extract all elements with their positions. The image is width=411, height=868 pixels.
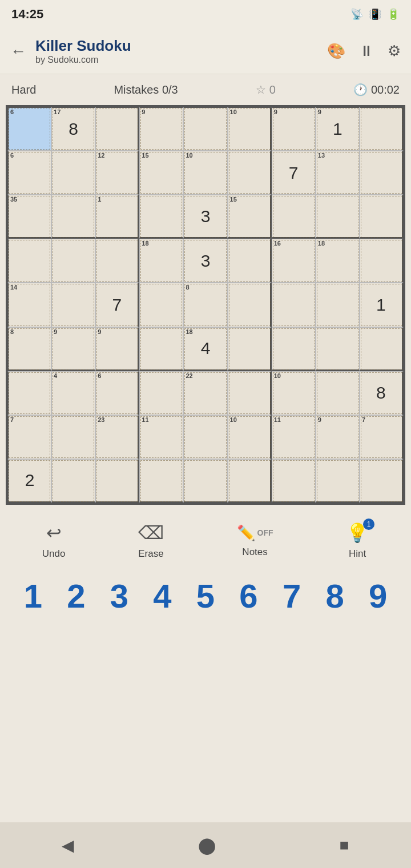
cell-r5c1[interactable]: 14 bbox=[7, 283, 51, 327]
cell-r2c3[interactable]: 12 bbox=[95, 151, 139, 195]
back-button[interactable]: ← bbox=[10, 42, 26, 61]
cell-r6c5[interactable]: 184 bbox=[183, 327, 227, 371]
cell-r7c2[interactable]: 4 bbox=[51, 371, 95, 415]
settings-button[interactable]: ⚙ bbox=[388, 42, 401, 60]
cell-r8c7[interactable]: 11 bbox=[272, 415, 316, 459]
cell-r9c6[interactable] bbox=[228, 459, 272, 503]
cell-r5c4[interactable] bbox=[139, 283, 183, 327]
cell-r5c6[interactable] bbox=[228, 283, 272, 327]
cell-r3c2[interactable] bbox=[51, 195, 95, 239]
cell-r1c5[interactable] bbox=[183, 107, 227, 151]
cell-r9c8[interactable] bbox=[316, 459, 360, 503]
cell-r9c5[interactable] bbox=[183, 459, 227, 503]
numpad-digit-4[interactable]: 4 bbox=[143, 577, 182, 615]
cell-r2c7[interactable]: 7 bbox=[272, 151, 316, 195]
cell-r8c4[interactable]: 11 bbox=[139, 415, 183, 459]
sudoku-grid[interactable]: 6178910991612151071335131518316181478189… bbox=[6, 105, 405, 505]
cell-r4c1[interactable] bbox=[7, 239, 51, 283]
cell-r4c9[interactable] bbox=[360, 239, 404, 283]
cell-r7c8[interactable] bbox=[316, 371, 360, 415]
cell-r1c7[interactable]: 9 bbox=[272, 107, 316, 151]
notes-button[interactable]: ✏️ OFF Notes bbox=[237, 524, 273, 558]
cell-r3c4[interactable] bbox=[139, 195, 183, 239]
cell-r8c2[interactable] bbox=[51, 415, 95, 459]
cell-r2c6[interactable] bbox=[228, 151, 272, 195]
cell-r6c9[interactable] bbox=[360, 327, 404, 371]
cell-r5c9[interactable]: 1 bbox=[360, 283, 404, 327]
pause-button[interactable]: ⏸ bbox=[359, 42, 374, 60]
numpad-digit-1[interactable]: 1 bbox=[14, 577, 53, 615]
cell-r8c8[interactable]: 9 bbox=[316, 415, 360, 459]
cell-r7c1[interactable] bbox=[7, 371, 51, 415]
cell-r4c7[interactable]: 16 bbox=[272, 239, 316, 283]
cell-r2c1[interactable]: 6 bbox=[7, 151, 51, 195]
cell-r5c3[interactable]: 7 bbox=[95, 283, 139, 327]
cell-r1c8[interactable]: 91 bbox=[316, 107, 360, 151]
nav-square-button[interactable]: ■ bbox=[340, 836, 349, 854]
cell-r7c7[interactable]: 10 bbox=[272, 371, 316, 415]
cell-r1c2[interactable]: 178 bbox=[51, 107, 95, 151]
undo-button[interactable]: ↩ Undo bbox=[42, 522, 66, 560]
cell-r1c9[interactable] bbox=[360, 107, 404, 151]
cell-r2c5[interactable]: 10 bbox=[183, 151, 227, 195]
cell-r7c6[interactable] bbox=[228, 371, 272, 415]
numpad-digit-3[interactable]: 3 bbox=[100, 577, 139, 615]
cell-r2c8[interactable]: 13 bbox=[316, 151, 360, 195]
cell-r4c3[interactable] bbox=[95, 239, 139, 283]
cell-r8c3[interactable]: 23 bbox=[95, 415, 139, 459]
numpad-digit-7[interactable]: 7 bbox=[272, 577, 311, 615]
cell-r9c2[interactable] bbox=[51, 459, 95, 503]
cell-r2c2[interactable] bbox=[51, 151, 95, 195]
cell-r5c8[interactable] bbox=[316, 283, 360, 327]
cell-r9c4[interactable] bbox=[139, 459, 183, 503]
cell-r2c4[interactable]: 15 bbox=[139, 151, 183, 195]
numpad-digit-8[interactable]: 8 bbox=[316, 577, 354, 615]
cell-r8c9[interactable]: 7 bbox=[360, 415, 404, 459]
numpad-digit-2[interactable]: 2 bbox=[57, 577, 95, 615]
cell-r5c5[interactable]: 8 bbox=[183, 283, 227, 327]
cell-r6c7[interactable] bbox=[272, 327, 316, 371]
cell-r7c5[interactable]: 22 bbox=[183, 371, 227, 415]
cell-r9c9[interactable] bbox=[360, 459, 404, 503]
cell-r8c1[interactable]: 7 bbox=[7, 415, 51, 459]
cell-r6c3[interactable]: 9 bbox=[95, 327, 139, 371]
cell-r8c5[interactable] bbox=[183, 415, 227, 459]
hint-button[interactable]: 💡 1 Hint bbox=[346, 522, 369, 560]
cell-r9c7[interactable] bbox=[272, 459, 316, 503]
cell-r9c1[interactable]: 2 bbox=[7, 459, 51, 503]
palette-button[interactable]: 🎨 bbox=[327, 42, 345, 60]
nav-home-button[interactable]: ⬤ bbox=[198, 836, 216, 855]
cell-r1c3[interactable] bbox=[95, 107, 139, 151]
cell-r3c9[interactable] bbox=[360, 195, 404, 239]
cell-r5c7[interactable] bbox=[272, 283, 316, 327]
cell-r4c5[interactable]: 3 bbox=[183, 239, 227, 283]
cell-r6c2[interactable]: 9 bbox=[51, 327, 95, 371]
erase-button[interactable]: ⌫ Erase bbox=[138, 522, 164, 560]
cell-r3c7[interactable] bbox=[272, 195, 316, 239]
cell-r3c6[interactable]: 15 bbox=[228, 195, 272, 239]
cell-r3c1[interactable]: 35 bbox=[7, 195, 51, 239]
cell-r4c4[interactable]: 18 bbox=[139, 239, 183, 283]
cell-r8c6[interactable]: 10 bbox=[228, 415, 272, 459]
cell-r6c1[interactable]: 8 bbox=[7, 327, 51, 371]
nav-back-button[interactable]: ◀ bbox=[62, 836, 74, 855]
cell-r3c3[interactable]: 1 bbox=[95, 195, 139, 239]
cell-r4c2[interactable] bbox=[51, 239, 95, 283]
cell-r5c2[interactable] bbox=[51, 283, 95, 327]
numpad-digit-9[interactable]: 9 bbox=[358, 577, 397, 615]
cell-r7c3[interactable]: 6 bbox=[95, 371, 139, 415]
cell-r4c8[interactable]: 18 bbox=[316, 239, 360, 283]
cell-r7c4[interactable] bbox=[139, 371, 183, 415]
numpad-digit-6[interactable]: 6 bbox=[229, 577, 268, 615]
cell-r9c3[interactable] bbox=[95, 459, 139, 503]
cell-r3c8[interactable] bbox=[316, 195, 360, 239]
cell-r1c1[interactable]: 6 bbox=[7, 107, 51, 151]
cell-r6c6[interactable] bbox=[228, 327, 272, 371]
cell-r2c9[interactable] bbox=[360, 151, 404, 195]
cell-r7c9[interactable]: 8 bbox=[360, 371, 404, 415]
cell-r3c5[interactable]: 3 bbox=[183, 195, 227, 239]
cell-r6c4[interactable] bbox=[139, 327, 183, 371]
cell-r1c4[interactable]: 9 bbox=[139, 107, 183, 151]
numpad-digit-5[interactable]: 5 bbox=[186, 577, 225, 615]
cell-r6c8[interactable] bbox=[316, 327, 360, 371]
